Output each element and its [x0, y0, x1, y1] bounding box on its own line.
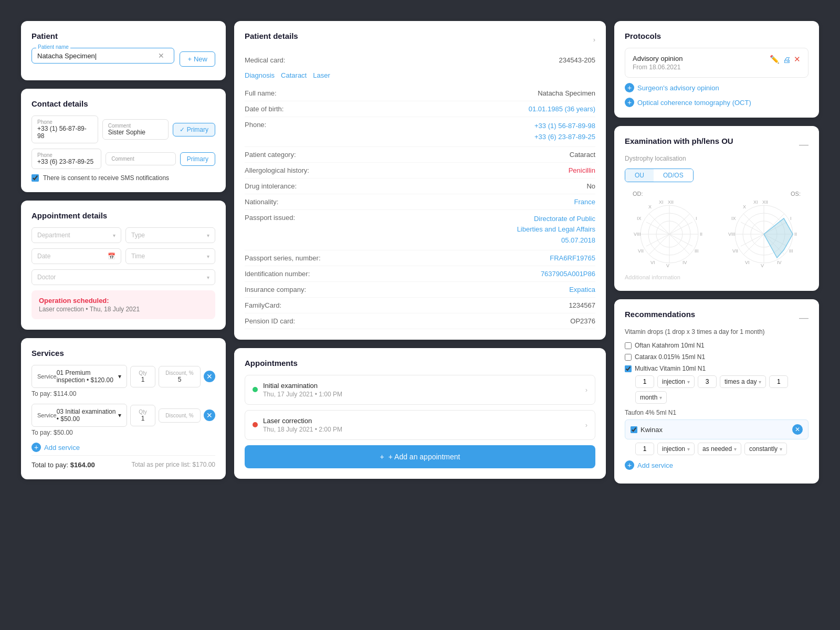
collapse-exam-button[interactable]: — [799, 139, 808, 150]
service-label-2: Service [37, 412, 57, 418]
services-card: Services Service 01 Premium inspection •… [21, 338, 226, 479]
ou-tabs: OU OD/OS [625, 169, 694, 182]
close-protocol-button[interactable]: ✕ [794, 55, 801, 64]
chevron-icon-dept: ▾ [113, 233, 116, 238]
detail-pension: Pension ID card: OP2376 [245, 313, 595, 329]
middle-column: Patient details › Medical card: 234543-2… [234, 21, 606, 484]
alert-title: Operation scheduled: [39, 297, 208, 304]
svg-text:IV: IV [682, 260, 687, 265]
plus-icon: + [187, 55, 192, 63]
radar-container: OD: XII I [625, 191, 808, 270]
primary-button-2[interactable]: Primary [180, 152, 215, 166]
chevron-icon-doctor: ▾ [207, 275, 209, 280]
navigate-icon[interactable]: › [593, 36, 595, 44]
print-protocol-button[interactable]: 🖨 [783, 55, 791, 64]
diagnosis-link-3[interactable]: Laser [313, 71, 330, 79]
rec-freq-unit-select-3[interactable]: times a day ▾ [720, 375, 766, 388]
detail-phone: Phone: +33 (1) 56-87-89-98+33 (6) 23-87-… [245, 117, 595, 147]
new-patient-button[interactable]: + New [180, 51, 215, 67]
sms-checkbox[interactable] [32, 174, 39, 182]
comment-field-1: Comment Sister Sophie [102, 119, 169, 140]
kwinax-qty[interactable] [635, 443, 654, 455]
ou-tab-odos[interactable]: OD/OS [654, 169, 693, 182]
kwinax-freq-unit-select[interactable]: constantly ▾ [744, 443, 787, 455]
medical-card-number: 234543-205 [559, 56, 595, 64]
rec-duration-3[interactable] [769, 375, 788, 388]
appointments-card: Appointments Initial examination Thu, 17… [234, 348, 606, 479]
rec-checkbox-1[interactable] [625, 342, 632, 349]
appt-dot-2 [253, 422, 258, 427]
add-appointment-button[interactable]: + + Add an appointment [245, 445, 595, 468]
collapse-rec-button[interactable]: — [799, 312, 808, 323]
primary-button-1[interactable]: ✓ Primary [173, 123, 215, 136]
time-select[interactable]: Time ▾ [125, 248, 215, 264]
qty-field-1[interactable]: Qty 1 [130, 366, 155, 387]
appt-dot-1 [253, 387, 258, 392]
add-advisory-opinion-button[interactable]: + Surgeon's advisory opinion [625, 83, 719, 92]
service-row-2: Service 03 Initial examination • $50.00 … [32, 404, 215, 436]
detail-dob: Date of birth: 01.01.1985 (36 years) [245, 101, 595, 117]
add-service-button[interactable]: + Add service [32, 443, 80, 452]
plus-circle-icon: + [32, 443, 41, 452]
discount-field-2[interactable]: Discount, % [159, 408, 201, 423]
rec-checkbox-3[interactable] [625, 365, 632, 372]
phone-value-1: +33 (1) 56-87-89-98 [37, 125, 87, 140]
type-select[interactable]: Type ▾ [125, 227, 215, 243]
appt-name-2: Laser correction [263, 417, 342, 425]
remove-kwinax-button[interactable]: ✕ [792, 424, 803, 435]
radar-od-svg: XII I II III IV V VI VII VIII IX X XI [633, 200, 706, 268]
svg-text:III: III [695, 248, 699, 254]
kwinax-freq-select[interactable]: as needed ▾ [698, 443, 741, 455]
add-rec-service-button[interactable]: + Add service [625, 460, 673, 470]
detail-nationality: Nationality: France [245, 194, 595, 210]
protocol-icons-1: ✏️ 🖨 ✕ [770, 55, 801, 64]
ou-tab-ou[interactable]: OU [625, 169, 654, 182]
services-section-title: Services [32, 349, 215, 358]
appt-info-2: Laser correction Thu, 18 July 2021 • 2:0… [263, 417, 342, 433]
service-select-2[interactable]: Service 03 Initial examination • $50.00 … [32, 404, 127, 427]
remove-service-2-button[interactable]: ✕ [204, 410, 215, 421]
doctor-select[interactable]: Doctor ▾ [32, 269, 215, 285]
svg-text:I: I [790, 216, 792, 221]
rec-subtitle: Vitamin drops (1 drop x 3 times a day fo… [625, 328, 808, 335]
kwinax-checkbox[interactable] [631, 426, 637, 433]
appointments-title: Appointments [245, 359, 595, 368]
contact-card: Contact details Phone +33 (1) 56-87-89-9… [21, 89, 226, 192]
edit-protocol-button[interactable]: ✏️ [770, 55, 780, 64]
patient-name-input[interactable] [37, 52, 158, 60]
svg-text:IX: IX [637, 216, 642, 221]
svg-text:XII: XII [668, 200, 674, 205]
appointment-item-1[interactable]: Initial examination Thu, 17 July 2021 • … [245, 375, 595, 405]
service-select-1[interactable]: Service 01 Premium inspection • $120.00 … [32, 365, 127, 388]
kwinax-route-select[interactable]: injection ▾ [657, 443, 695, 455]
appointment-item-2[interactable]: Laser correction Thu, 18 July 2021 • 2:0… [245, 410, 595, 440]
alert-subtitle: Laser correction • Thu, 18 July 2021 [39, 306, 208, 313]
department-select[interactable]: Department ▾ [32, 227, 121, 243]
rec-duration-unit-select-3[interactable]: month ▾ [635, 391, 667, 404]
to-pay-2: To pay: $50.00 [32, 429, 215, 436]
doctor-row: Doctor ▾ [32, 269, 215, 285]
comment-value-1: Sister Sophie [108, 129, 145, 136]
protocols-card: Protocols Advisory opinion From 18.06.20… [614, 21, 819, 118]
svg-marker-42 [764, 218, 793, 258]
discount-field-1[interactable]: Discount, % 5 [159, 366, 201, 387]
svg-text:XI: XI [753, 200, 758, 205]
date-field[interactable]: Date 📅 [32, 248, 121, 264]
service-name-1: 01 Premium inspection • $120.00 [57, 369, 118, 384]
date-time-row: Date 📅 Time ▾ [32, 248, 215, 264]
comment-label-2: Comment [111, 156, 170, 162]
rec-qty-3[interactable] [635, 375, 654, 388]
add-oct-button[interactable]: + Optical coherence tomography (OCT) [625, 98, 751, 107]
detail-insurance: Insurance company: Expatica [245, 282, 595, 298]
rec-route-select-3[interactable]: injection ▾ [657, 375, 695, 388]
total-label: Total to pay: $164.00 [32, 461, 95, 469]
qty-field-2[interactable]: Qty 1 [130, 405, 155, 426]
clear-patient-icon[interactable]: ✕ [158, 51, 164, 60]
diagnosis-link-2[interactable]: Cataract [281, 71, 307, 79]
rec-freq-3[interactable] [698, 375, 717, 388]
remove-service-1-button[interactable]: ✕ [204, 371, 215, 382]
protocols-title: Protocols [625, 32, 808, 40]
rec-checkbox-2[interactable] [625, 354, 632, 361]
diagnosis-link-1[interactable]: Diagnosis [245, 71, 275, 79]
svg-text:X: X [648, 204, 652, 209]
